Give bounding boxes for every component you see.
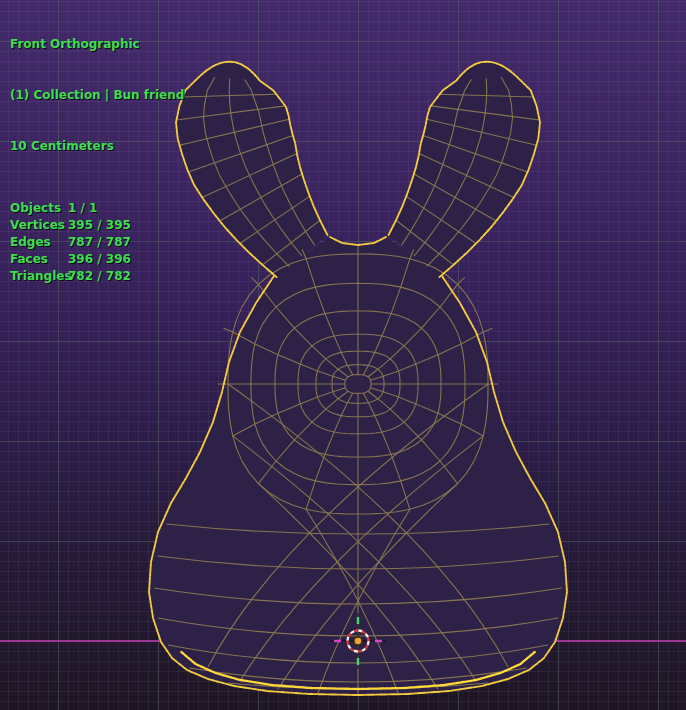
- right-ear-fill: [389, 62, 540, 277]
- spoke-stub: [251, 277, 258, 284]
- stat-row: Vertices395 / 395: [10, 217, 184, 234]
- stat-value: 782 / 782: [68, 268, 131, 285]
- stat-label: Vertices: [10, 217, 68, 234]
- stat-value: 395 / 395: [68, 217, 131, 234]
- stats-panel: Objects1 / 1Vertices395 / 395Edges787 / …: [10, 200, 184, 285]
- stat-value: 1 / 1: [68, 200, 97, 217]
- stat-value: 787 / 787: [68, 234, 131, 251]
- spoke-stub: [224, 328, 233, 332]
- stat-row: Objects1 / 1: [10, 200, 184, 217]
- view-name-label: Front Orthographic: [10, 36, 184, 53]
- spoke-stub: [483, 328, 492, 332]
- stat-label: Faces: [10, 251, 68, 268]
- stat-row: Triangles782 / 782: [10, 268, 184, 285]
- viewport-overlays: Front Orthographic (1) Collection | Bun …: [10, 2, 184, 319]
- breadcrumb: (1) Collection | Bun friend: [10, 87, 184, 104]
- object-origin-dot: [354, 637, 362, 645]
- stat-label: Edges: [10, 234, 68, 251]
- mesh-bun-friend[interactable]: [149, 62, 567, 695]
- left-ear-fill: [176, 62, 327, 277]
- stat-value: 396 / 396: [68, 251, 131, 268]
- spoke-stub: [458, 277, 465, 284]
- 3d-viewport[interactable]: Front Orthographic (1) Collection | Bun …: [0, 0, 686, 710]
- stat-row: Faces396 / 396: [10, 251, 184, 268]
- stat-label: Triangles: [10, 268, 68, 285]
- stat-label: Objects: [10, 200, 68, 217]
- stat-row: Edges787 / 787: [10, 234, 184, 251]
- grid-scale-label: 10 Centimeters: [10, 138, 184, 155]
